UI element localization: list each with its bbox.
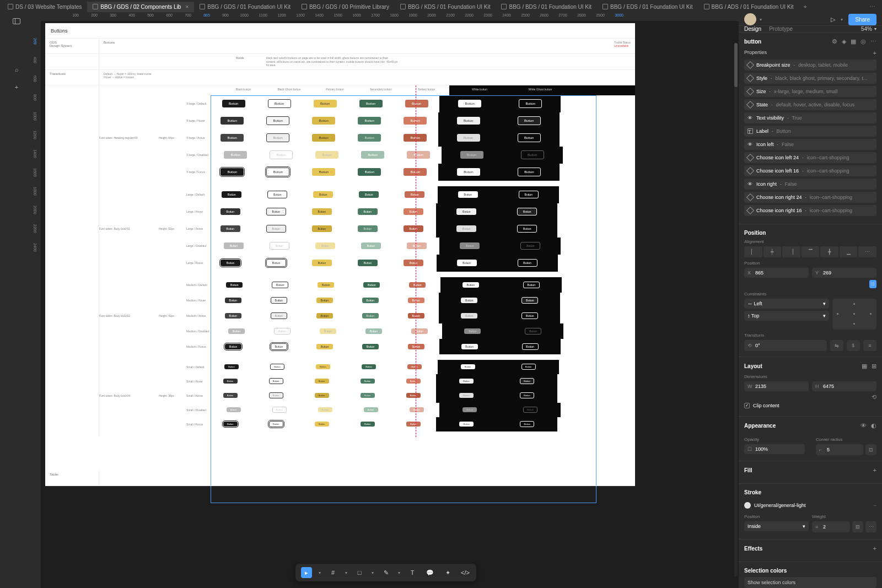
settings-icon[interactable]: ⚙ [832,38,837,45]
pen-tool[interactable]: ✎ [380,567,391,578]
grid-icon[interactable]: ⊞ [872,363,876,370]
panel-icon[interactable] [12,17,21,25]
tab-6[interactable]: BBG / EDS / 01 Foundation UI Kit [597,2,698,12]
button-sample: Button [404,225,423,232]
add-effect-icon[interactable]: + [873,545,876,552]
dev-tool[interactable]: </> [460,567,471,578]
flip-h[interactable]: ⇋ [830,340,843,351]
button-sample: Button [267,191,287,198]
chevron-down-icon[interactable]: ▾ [760,17,762,22]
height-input[interactable]: H6475 [812,381,876,391]
chevron-down-icon[interactable]: ▾ [841,17,843,22]
grid-icon[interactable]: ▦ [851,38,856,45]
align-top[interactable]: ▔ [802,246,820,257]
property-row[interactable]: 👁Icon left·False [744,139,876,150]
align-hcenter[interactable]: ┿ [763,246,782,257]
add-property-icon[interactable]: + [873,50,876,56]
flip-v[interactable]: ⥮ [847,340,860,351]
avatar[interactable] [744,13,756,25]
constraint-v[interactable]: ↕ Top▾ [744,311,829,321]
canvas[interactable]: 2694006008001000120014001600180020002200… [33,21,739,588]
link-dimensions-icon[interactable]: ⟲ [872,393,876,401]
y-input[interactable]: Y269 [812,268,876,278]
design-frame[interactable]: Buttons GDSDesign System Buttons Toolkit… [45,23,635,486]
property-row[interactable]: 👁Text visibility·True [744,112,876,123]
visibility-icon[interactable]: 👁 [861,422,867,429]
frame-title: Buttons [51,28,68,34]
corner-individual[interactable]: ⊡ [865,444,876,455]
stroke-position[interactable]: Inside▾ [744,521,809,531]
text-tool[interactable]: T [407,567,418,578]
rect-tool[interactable]: □ [354,567,365,578]
button-sample: Button [315,242,335,249]
property-row[interactable]: 👁Icon right·False [744,179,876,190]
tab-7[interactable]: BBG / ADS / 01 Foundation UI Kit [698,2,799,12]
tab-2[interactable]: BBG / GDS / 01 Foundation UI Kit [194,2,296,12]
add-tab[interactable]: + [799,1,811,12]
button-sample: Button [269,421,283,427]
blend-icon[interactable]: ◐ [871,422,876,429]
property-row[interactable]: Choose icon left 16·icon--cart-shopping [744,165,876,176]
property-row[interactable]: TLabel·Button [744,126,876,137]
align-bottom[interactable]: ▁ [840,246,858,257]
clip-content-check[interactable]: ✓Clip content [744,401,876,411]
autolayout-icon[interactable]: ▦ [862,363,867,370]
tab-1[interactable]: BBG / GDS / 02 Components Lib× [87,2,194,12]
constraint-visual[interactable] [832,299,876,330]
corner-input[interactable]: ⌐5 [816,444,863,455]
align-left[interactable]: ▏ [744,246,762,257]
actions-tool[interactable]: ✦ [442,567,453,578]
canvas-scrollbar[interactable] [734,43,738,577]
button-matrix: Black button Black Ghost button Primary … [45,85,635,437]
add-icon[interactable]: + [12,83,21,91]
close-icon[interactable]: × [185,4,189,10]
play-icon[interactable]: ▷ [831,16,835,23]
opacity-input[interactable]: ☐100% [744,444,805,454]
rotation-input[interactable]: ⟲0° [744,340,827,351]
button-sample: Button [318,407,332,412]
x-input[interactable]: X865 [744,268,809,278]
more-icon[interactable]: ⋯ [869,3,875,10]
stroke-weight[interactable]: ≡2 [812,521,850,532]
property-row[interactable]: Style·black, black ghost, primary, secon… [744,73,876,84]
stroke-more[interactable]: ⋯ [865,521,876,532]
frame-tool[interactable]: # [327,567,338,578]
search-icon[interactable]: ⌕ [12,65,21,74]
variant-icon[interactable]: ◈ [842,38,846,45]
target-icon[interactable]: ◎ [861,38,866,45]
property-row[interactable]: Choose icon right 24·icon--cart-shopping [744,192,876,203]
add-fill-icon[interactable]: + [873,467,876,473]
abs-position-icon[interactable]: ⊡ [869,280,876,288]
zoom-control[interactable]: 54%▾ [861,26,876,32]
property-row[interactable]: Choose icon left 24·icon--cart-shopping [744,152,876,163]
property-row[interactable]: State·default, hover, active, disable, f… [744,99,876,110]
button-sample: Button [518,168,541,176]
button-sample: Button [225,344,241,349]
property-row[interactable]: Choose icon right 16·icon--cart-shopping [744,205,876,216]
property-row[interactable]: Breakpoint size·desktop, tablet, mobile [744,60,876,71]
constraint-h[interactable]: ↔ Left▾ [744,299,829,309]
tab-0[interactable]: DS / 03 Website Templates [2,2,87,12]
align-more[interactable]: ⋯ [858,246,876,257]
button-sample: Button [519,99,542,108]
tab-prototype[interactable]: Prototype [769,26,793,32]
comment-tool[interactable]: 💬 [424,567,435,578]
button-sample: Button [459,393,474,398]
align-right[interactable]: ▕ [782,246,800,257]
tab-3[interactable]: BBG / GDS / 00 Primitive Library [296,2,395,12]
tab-5[interactable]: BBG / BDS / 01 Foundation UI Kit [496,2,597,12]
share-button[interactable]: Share [848,14,876,25]
align-vcenter[interactable]: ╋ [820,246,838,257]
property-row[interactable]: Size·x-large, large, medium, small [744,86,876,97]
transform-more[interactable]: ≡ [863,340,876,351]
tab-4[interactable]: BBG / KDS / 01 Foundation UI Kit [395,2,496,12]
stroke-color-swatch[interactable] [744,502,751,509]
tab-design[interactable]: Design [744,26,761,32]
stroke-side[interactable]: ⊟ [852,521,863,532]
more-icon[interactable]: ⋯ [870,38,876,45]
width-input[interactable]: W2135 [744,381,809,391]
button-sample: Button [320,328,336,334]
show-colors-button[interactable]: Show selection colors [744,577,876,588]
move-tool[interactable]: ▸ [301,567,312,578]
remove-stroke-icon[interactable]: − [874,503,876,508]
